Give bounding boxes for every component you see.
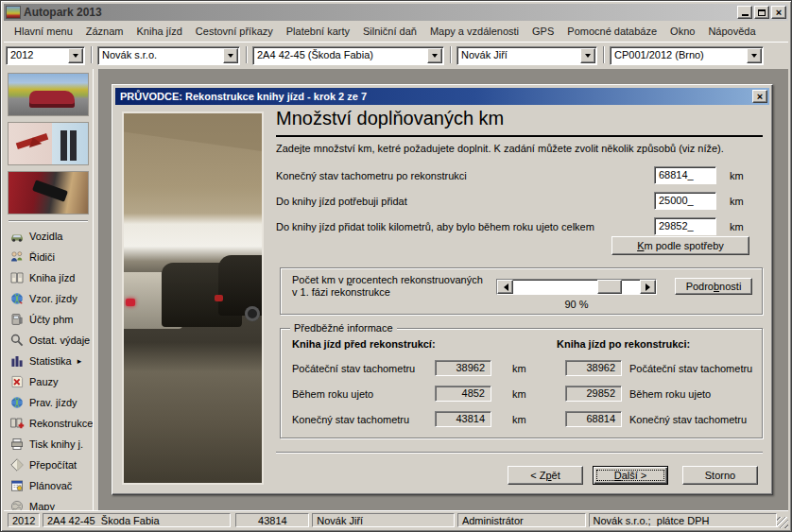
menu-item[interactable]: Záznam (79, 24, 130, 39)
sidebar-item[interactable]: Ostat. výdaje (8, 330, 93, 351)
submenu-arrow-icon: ▸ (77, 356, 82, 366)
sidebar-item-label: Ostat. výdaje (29, 335, 90, 346)
cancel-button[interactable]: Storno (682, 466, 758, 485)
toolbar-combo[interactable]: Novák s.r.o. (97, 46, 240, 65)
toolbar-separator (91, 46, 92, 63)
menu-item[interactable]: Okno (663, 24, 701, 39)
expenses-icon (9, 333, 25, 348)
sidebar-item-label: Tisk knihy j. (29, 438, 83, 450)
maximize-button[interactable] (754, 6, 769, 19)
dialog-close-button[interactable]: × (752, 90, 767, 103)
combo-value: 2012 (7, 47, 67, 64)
sidebar-item[interactable]: Rekonstrukce (8, 413, 93, 434)
sidebar-item[interactable]: Vozidla (8, 226, 93, 247)
sidebar-splitter[interactable] (93, 69, 99, 510)
fuel-photo-banner (8, 171, 89, 215)
status-cell: 2012 (8, 513, 40, 527)
sidebar-item[interactable]: Tisk knihy j. (8, 434, 93, 455)
window-title: Autopark 2013 (24, 6, 102, 19)
slider-left-arrow-button[interactable] (497, 280, 513, 294)
slider-right-arrow-button[interactable] (640, 280, 656, 294)
chevron-down-icon[interactable] (68, 48, 83, 63)
resize-grip-icon[interactable] (777, 517, 788, 528)
close-button[interactable]: × (771, 6, 786, 19)
menu-item[interactable]: Cestovní příkazy (189, 24, 280, 39)
menu-item[interactable]: GPS (525, 24, 560, 39)
sidebar-item[interactable]: Řidiči (8, 247, 93, 267)
toolbar-combo[interactable]: 2A4 42-45 (Škoda Fabia) (252, 46, 444, 65)
chevron-down-icon[interactable] (580, 48, 595, 63)
menu-item[interactable]: Hlavní menu (8, 24, 79, 39)
menu-item[interactable]: Silniční daň (356, 24, 423, 39)
row-label-left: Počáteční stav tachometru (292, 363, 435, 374)
unit-label: km (512, 363, 529, 374)
sidebar-item[interactable]: Účty phm (8, 309, 93, 330)
dialog-titlebar: PRŮVODCE: Rekonstrukce knihy jízd - krok… (115, 88, 769, 105)
sidebar-item[interactable]: Pauzy (8, 371, 93, 392)
status-cell: Administrátor (457, 513, 586, 527)
back-button[interactable]: < Zpět (508, 466, 583, 485)
sidebar-item[interactable]: Plánovač (8, 475, 93, 496)
percentage-group: Počet km v procentech rekonstruovaných v… (280, 267, 763, 315)
wizard-side-image (122, 112, 264, 485)
combo-value: CP001/2012 (Brno) (611, 47, 746, 64)
toolbar-combo[interactable]: Novák Jiří (456, 46, 597, 65)
unit-label: km (730, 196, 744, 207)
minimize-button[interactable] (737, 6, 752, 19)
app-logo-icon (6, 6, 21, 19)
km-by-consumption-button[interactable]: Km podle spotřeby (611, 236, 749, 255)
toolbar-separator (246, 46, 247, 63)
status-cell: Novák s.r.o.; plátce DPH (589, 513, 778, 527)
percentage-label: Počet km v procentech rekonstruovaných v… (292, 274, 483, 299)
sidebar-item[interactable]: Kniha jízd (8, 267, 93, 288)
km-input[interactable]: 68814_ (654, 166, 716, 184)
combo-value: Novák Jiří (457, 47, 579, 64)
value-after: 38962 (565, 360, 622, 376)
sidebar-item[interactable]: Statistika ▸ (8, 351, 93, 371)
menu-item[interactable]: Kniha jízd (130, 24, 189, 39)
sidebar-item-label: Plánovač (29, 480, 72, 491)
toolbar-combo[interactable]: CP001/2012 (Brno) (610, 46, 764, 65)
menu-item[interactable]: Nápověda (701, 24, 762, 39)
preview-row: Počáteční stav tachometru 38962 km 38962… (292, 355, 756, 381)
value-after: 68814 (565, 411, 622, 427)
status-bar: 20122A4 42-45 Škoda Fabia43814Novák Jiří… (4, 510, 788, 528)
km-input[interactable]: 25000_ (654, 192, 716, 210)
preview-rows: Počáteční stav tachometru 38962 km 38962… (292, 355, 756, 432)
sidebar-item[interactable]: Přepočítat (8, 455, 93, 475)
travel-photo-banner (8, 122, 89, 165)
chevron-down-icon[interactable] (427, 48, 442, 63)
km-input[interactable]: 29852_ (654, 217, 716, 235)
menu-item[interactable]: Pomocné databáze (560, 24, 663, 39)
window-titlebar: Autopark 2013 × (4, 4, 788, 21)
percentage-label-line1: Počet km v procentech rekonstruovaných (292, 274, 483, 286)
arrow-right-icon (646, 283, 654, 291)
sidebar-item-label: Přepočítat (29, 459, 77, 471)
chevron-down-icon[interactable] (223, 48, 238, 63)
details-button[interactable]: Podrobnosti (675, 278, 752, 295)
sidebar-item[interactable]: Vzor. jízdy (8, 288, 93, 309)
row-label-right: Počáteční stav tachometru (629, 363, 752, 374)
chevron-down-icon[interactable] (747, 48, 762, 63)
slider-thumb[interactable] (597, 280, 622, 294)
menu-item[interactable]: Mapy a vzdálenosti (423, 24, 525, 39)
route-globe-icon (9, 291, 25, 306)
printer-icon (9, 437, 25, 452)
percentage-slider[interactable] (496, 279, 657, 295)
wizard-dialog: PRŮVODCE: Rekonstrukce knihy jízd - krok… (112, 84, 773, 495)
minimize-icon (742, 14, 749, 16)
sidebar-item[interactable]: Prav. jízdy (8, 392, 93, 413)
percentage-label-line2: v 1. fázi rekonstrukce (292, 286, 483, 299)
next-button[interactable]: Další > (593, 466, 668, 485)
menu-item[interactable]: Platební karty (280, 24, 356, 39)
drivers-icon (9, 249, 25, 265)
toolbar-combo[interactable]: 2012 (6, 46, 85, 65)
after-header: Kniha jízd po rekonstrukci: (557, 338, 690, 350)
field-label: Konečný stav tachometru po rekonstrukci (276, 170, 654, 181)
wizard-heading: Množství doplňovaných km (276, 108, 504, 129)
toolbar: 2012 Novák s.r.o. 2A4 42-45 (Škoda Fabia… (4, 42, 788, 67)
row-label-left: Konečný stav tachometru (292, 414, 435, 425)
sidebar-item-label: Vozidla (29, 231, 62, 242)
combo-value: 2A4 42-45 (Škoda Fabia) (253, 47, 426, 64)
car-photo-banner (8, 73, 89, 116)
